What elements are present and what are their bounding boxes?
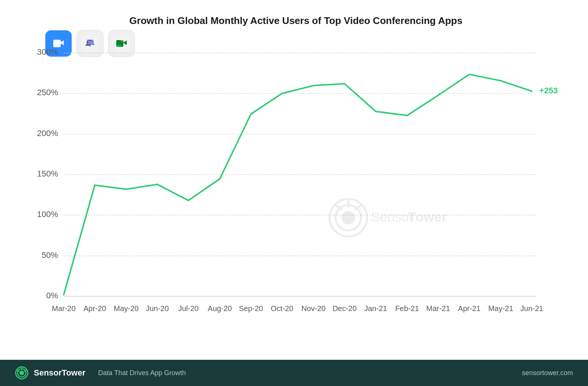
svg-text:Jun-21: Jun-21 bbox=[520, 305, 543, 313]
svg-text:0%: 0% bbox=[46, 291, 58, 300]
footer-brand: SensorTower bbox=[34, 368, 86, 378]
svg-text:Jun-20: Jun-20 bbox=[146, 305, 169, 313]
svg-point-39 bbox=[342, 211, 355, 224]
svg-text:Sep-20: Sep-20 bbox=[239, 305, 263, 313]
line-path bbox=[64, 74, 532, 295]
svg-text:May-20: May-20 bbox=[114, 305, 139, 313]
svg-text:May-21: May-21 bbox=[488, 305, 513, 313]
chart-area: Growth in Global Monthly Active Users of… bbox=[0, 0, 588, 360]
footer-brand-bold: Tower bbox=[62, 368, 86, 377]
svg-text:Feb-21: Feb-21 bbox=[395, 305, 419, 313]
svg-text:250%: 250% bbox=[37, 88, 58, 97]
svg-text:Jul-20: Jul-20 bbox=[178, 305, 198, 313]
svg-text:Dec-20: Dec-20 bbox=[333, 305, 357, 313]
svg-text:Aug-20: Aug-20 bbox=[208, 305, 232, 313]
svg-text:200%: 200% bbox=[37, 129, 58, 138]
svg-point-44 bbox=[20, 371, 24, 375]
svg-text:50%: 50% bbox=[42, 250, 58, 260]
svg-text:Mar-20: Mar-20 bbox=[52, 305, 75, 313]
svg-text:Tower: Tower bbox=[408, 209, 447, 224]
chart-wrapper: 0% 50% 100% 150% 200% 250% 300% Mar-20 A… bbox=[34, 34, 558, 326]
svg-text:Sensor: Sensor bbox=[371, 209, 414, 224]
svg-text:300%: 300% bbox=[37, 47, 58, 57]
svg-text:100%: 100% bbox=[37, 209, 58, 219]
footer-logo-icon bbox=[15, 366, 28, 380]
svg-text:150%: 150% bbox=[37, 169, 58, 178]
svg-text:Mar-21: Mar-21 bbox=[426, 305, 450, 313]
watermark: Sensor Tower bbox=[330, 199, 447, 236]
svg-text:Apr-20: Apr-20 bbox=[84, 305, 106, 313]
svg-text:Jan-21: Jan-21 bbox=[364, 305, 387, 313]
footer-left: SensorTower Data That Drives App Growth bbox=[15, 366, 186, 380]
end-label: +253% bbox=[539, 86, 558, 95]
footer-tagline: Data That Drives App Growth bbox=[98, 369, 186, 377]
svg-text:Nov-20: Nov-20 bbox=[302, 305, 326, 313]
main-container: Growth in Global Monthly Active Users of… bbox=[0, 0, 588, 386]
line-chart: 0% 50% 100% 150% 200% 250% 300% Mar-20 A… bbox=[34, 34, 558, 326]
chart-title: Growth in Global Monthly Active Users of… bbox=[34, 15, 558, 27]
footer-bar: SensorTower Data That Drives App Growth … bbox=[0, 360, 588, 386]
svg-text:Apr-21: Apr-21 bbox=[458, 305, 480, 313]
svg-text:Oct-20: Oct-20 bbox=[271, 305, 293, 313]
footer-brand-regular: Sensor bbox=[34, 368, 62, 377]
footer-url: sensortower.com bbox=[522, 369, 573, 377]
